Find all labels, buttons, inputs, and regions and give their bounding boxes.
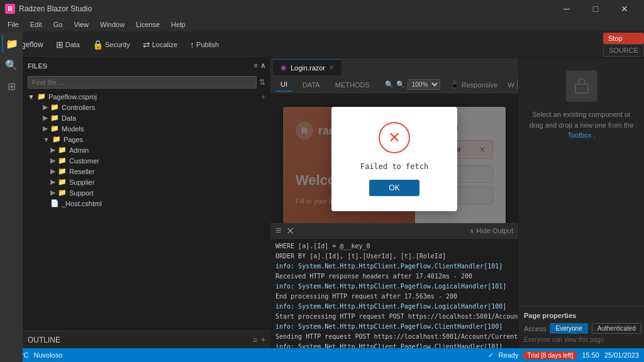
tree-supplier[interactable]: ▶ 📁 Supplier xyxy=(23,177,270,187)
new-file-icon[interactable]: ≡ xyxy=(254,62,258,70)
minimize-button[interactable]: ─ xyxy=(552,0,581,18)
log-hide-area: Ready ∧ Hide Output xyxy=(469,227,513,235)
check-icon: ✓ xyxy=(488,351,494,359)
designer-tab-data[interactable]: DATA xyxy=(297,79,325,91)
tree-models[interactable]: ▶ 📁 Models xyxy=(23,123,270,134)
files-section-label: FILES xyxy=(28,62,47,70)
menu-file[interactable]: File xyxy=(3,19,24,30)
status-date: 25/01/2023 xyxy=(604,351,639,359)
add-file-icon[interactable]: + xyxy=(262,93,265,101)
modal-message: Failed to fetch xyxy=(360,162,428,171)
menu-go[interactable]: Go xyxy=(48,19,68,30)
outline-label: OUTLINE xyxy=(28,336,60,344)
tree-admin[interactable]: ▶ 📁 Admin xyxy=(23,145,270,155)
security-toolbar-btn[interactable]: 🔒 Security xyxy=(87,37,135,52)
sidebar-header: FILES ≡ ∧ xyxy=(23,58,270,74)
tree-reseller[interactable]: ▶ 📁 Reseller xyxy=(23,166,270,177)
designer-canvas[interactable]: R radzen Welcome! Fill in your login cre… xyxy=(270,94,518,223)
folder-supplier-icon: 📁 xyxy=(58,178,67,186)
chevron-right-customer-icon: ▶ xyxy=(50,156,55,165)
responsive-control: 📱 Responsive xyxy=(450,80,497,89)
data-toolbar-btn[interactable]: ⊞ Data xyxy=(51,37,85,52)
log-line-7: info: System.Net.Http.HttpClient.Pageflo… xyxy=(275,302,513,312)
log-list-icon[interactable]: ≡ xyxy=(275,225,281,237)
close-button[interactable]: ✕ xyxy=(610,0,639,18)
tab-close-button[interactable]: ✕ xyxy=(329,64,334,71)
content-area: 📁 🔍 ⊞ FILES ≡ ∧ ⇅ xyxy=(0,58,644,348)
restore-button[interactable]: □ xyxy=(581,0,610,18)
toolbar-action-area: Stop SOURCE xyxy=(603,31,644,58)
log-line-9: info: System.Net.Http.HttpClient.Pageflo… xyxy=(275,322,513,332)
tree-root-project[interactable]: ▼ 📁 Pageflow.csproj + xyxy=(23,91,270,102)
publish-toolbar-btn[interactable]: ↑ Publish xyxy=(185,37,224,52)
log-header: ≡ ✕ Ready ∧ Hide Output xyxy=(270,223,518,238)
folder-icon: ▼ xyxy=(28,93,35,101)
tree-customer[interactable]: ▶ 📁 Customer xyxy=(23,155,270,166)
statusbar: 🌥 9°C Nuvoloso ✓ Ready Trial [8 days lef… xyxy=(0,348,644,362)
width-control: W xyxy=(508,80,518,89)
page-properties-panel: Page properties Access Everyone Authenti… xyxy=(519,306,644,348)
components-icon: ⊞ xyxy=(8,80,16,92)
log-line-3: info: System.Net.Http.HttpClient.Pageflo… xyxy=(275,261,513,272)
access-label: Access xyxy=(524,325,546,332)
chevron-right-models-icon: ▶ xyxy=(43,124,48,133)
outline-list-icon[interactable]: ≡ xyxy=(253,336,257,344)
tree-host-file[interactable]: 📄 _Host.cshtml xyxy=(23,198,270,209)
menu-view[interactable]: View xyxy=(69,19,94,30)
access-row: Access Everyone Authenticated xyxy=(524,323,639,334)
file-search-input[interactable] xyxy=(28,76,257,89)
center-panel: ◉ Login.razor ✕ UI DATA METHODS 🔍 🔍 100% xyxy=(270,58,518,348)
log-header-buttons: ≡ ✕ xyxy=(275,225,294,237)
modal-error-icon: ✕ xyxy=(379,122,410,153)
app: ⊞ Pageflow ⊞ Data 🔒 Security ⇄ Localize … xyxy=(0,31,644,362)
zoom-select[interactable]: 100% xyxy=(408,79,440,90)
app-logo: R xyxy=(5,4,15,14)
chevron-down-pages-icon: ▼ xyxy=(43,136,50,143)
data-icon: ⊞ xyxy=(56,40,64,50)
components-icon-btn[interactable]: ⊞ xyxy=(2,77,21,96)
titlebar-title: Radzen Blazor Studio xyxy=(19,4,92,13)
collapse-icon[interactable]: ∧ xyxy=(260,62,265,70)
localize-toolbar-btn[interactable]: ⇄ Localize xyxy=(138,37,182,52)
tree-controllers[interactable]: ▶ 📁 Controllers xyxy=(23,102,270,112)
outline-add-icon[interactable]: + xyxy=(261,336,265,344)
source-button[interactable]: SOURCE xyxy=(603,44,644,57)
everyone-access-btn[interactable]: Everyone xyxy=(550,323,587,334)
chevron-right-supplier-icon: ▶ xyxy=(50,178,55,186)
titlebar-left: R Radzen Blazor Studio xyxy=(5,4,92,14)
menu-window[interactable]: Window xyxy=(95,19,130,30)
tab-login-razor[interactable]: ◉ Login.razor ✕ xyxy=(273,59,341,75)
tree-support[interactable]: ▶ 📁 Support xyxy=(23,187,270,198)
main-toolbar: ⊞ Pageflow ⊞ Data 🔒 Security ⇄ Localize … xyxy=(0,31,644,58)
menu-license[interactable]: License xyxy=(131,19,165,30)
log-line-6: End processing HTTP request after 17.563… xyxy=(275,292,513,302)
sort-icon[interactable]: ⇅ xyxy=(259,78,265,87)
tree-pages[interactable]: ▼ 📁 Pages xyxy=(23,134,270,145)
toolbox-link[interactable]: Toolbox xyxy=(567,131,591,139)
menu-help[interactable]: Help xyxy=(166,19,191,30)
chevron-right-reseller-icon: ▶ xyxy=(50,167,55,175)
search-icon-btn[interactable]: 🔍 xyxy=(2,58,21,74)
menu-edit[interactable]: Edit xyxy=(25,19,47,30)
folder-reseller-icon: 📁 xyxy=(58,167,67,175)
designer-tab-ui[interactable]: UI xyxy=(275,78,292,92)
log-line-5: info: System.Net.Http.HttpClient.Pageflo… xyxy=(275,282,513,292)
trial-badge: Trial [8 days left] xyxy=(523,351,577,359)
authenticated-access-btn[interactable]: Authenticated xyxy=(592,323,641,334)
zoom-in-icon[interactable]: 🔍 xyxy=(396,80,405,89)
publish-icon: ↑ xyxy=(190,40,194,50)
folder-support-icon: 📁 xyxy=(58,189,67,197)
statusbar-right: ✓ Ready Trial [8 days left] 15:50 25/01/… xyxy=(488,351,639,359)
folder-models-icon: 📁 xyxy=(50,124,59,133)
zoom-out-icon[interactable]: 🔍 xyxy=(385,80,394,89)
modal-overlay[interactable]: ✕ Failed to fetch OK xyxy=(270,94,518,223)
modal-ok-button[interactable]: OK xyxy=(369,180,419,196)
folder-admin-icon: 📁 xyxy=(58,146,67,154)
hide-output-btn[interactable]: ∧ Hide Output xyxy=(469,227,513,235)
designer-tab-methods[interactable]: METHODS xyxy=(330,79,375,91)
log-line-11: info: System.Net.Http.HttpClient.Pageflo… xyxy=(275,342,513,348)
chevron-right-icon: ▶ xyxy=(43,103,48,111)
tree-data[interactable]: ▶ 📁 Data xyxy=(23,112,270,123)
log-clear-icon[interactable]: ✕ xyxy=(286,225,294,237)
stop-button[interactable]: Stop xyxy=(603,33,644,44)
